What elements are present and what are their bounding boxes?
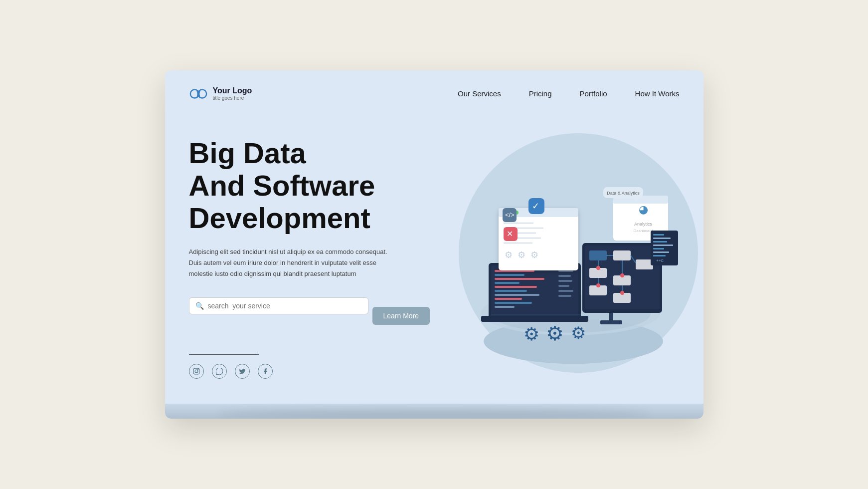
svg-rect-25 [558,290,573,292]
logo-name: Your Logo [213,86,252,95]
svg-rect-23 [558,280,572,282]
nav-link-portfolio[interactable]: Portfolio [580,89,607,98]
svg-text:⚙: ⚙ [523,324,539,344]
svg-rect-68 [653,238,671,239]
svg-rect-67 [653,234,664,236]
search-section: 🔍 Learn More [189,297,459,334]
svg-rect-71 [653,248,664,249]
divider [189,354,259,355]
svg-rect-17 [495,294,539,296]
svg-rect-2 [193,368,199,374]
facebook-icon[interactable] [258,364,273,379]
svg-text:++C: ++C [656,258,664,263]
nav-link-services[interactable]: Our Services [458,89,501,98]
svg-text:Data & Analytics: Data & Analytics [607,191,640,196]
svg-text:◕: ◕ [638,203,648,216]
hero-right: ⚙ ⚙ ⚙ ◕ Analytics Dashboard ++C [459,127,683,379]
svg-rect-34 [613,250,631,260]
hero-title: Big Data And Software Development [189,137,459,235]
svg-rect-70 [653,244,673,246]
svg-rect-26 [558,295,571,297]
hero-left: Big Data And Software Development Adipis… [189,127,459,379]
nav-link-pricing[interactable]: Pricing [529,89,552,98]
svg-rect-18 [495,298,522,300]
svg-rect-12 [495,274,524,276]
nav-link-how[interactable]: How It Works [635,89,680,98]
svg-rect-15 [495,286,537,288]
svg-text:Analytics: Analytics [634,222,653,227]
svg-rect-35 [636,259,653,269]
svg-rect-73 [653,255,666,256]
logo-icon [189,84,208,103]
learn-more-button[interactable]: Learn More [372,307,430,325]
svg-text:⚙: ⚙ [505,250,513,260]
svg-rect-31 [589,250,607,260]
nav-item-pricing[interactable]: Pricing [529,89,552,98]
svg-point-47 [620,291,624,295]
svg-point-46 [620,273,624,277]
nav-item-portfolio[interactable]: Portfolio [580,89,607,98]
svg-text:✓: ✓ [532,201,539,211]
svg-rect-24 [558,285,569,287]
svg-rect-22 [558,275,571,277]
svg-text:Dashboard: Dashboard [633,229,653,233]
svg-text:⚙: ⚙ [530,250,538,260]
svg-point-3 [195,370,198,373]
svg-rect-14 [495,282,520,284]
landing-page: Your Logo title goes here Our Services P… [165,70,703,419]
nav-item-services[interactable]: Our Services [458,89,501,98]
svg-text:</>: </> [505,211,515,219]
navbar: Your Logo title goes here Our Services P… [165,70,703,117]
search-bar-container: 🔍 [189,297,368,314]
search-input[interactable] [208,302,362,310]
svg-rect-19 [495,302,532,304]
svg-point-4 [197,369,198,370]
hero-illustration: ⚙ ⚙ ⚙ ◕ Analytics Dashboard ++C [459,153,683,353]
search-icon: 🔍 [195,302,204,310]
svg-point-45 [596,283,600,287]
svg-text:✕: ✕ [507,230,513,238]
hero-description: Adipiscing elit sed tincidunt nisl ut al… [189,246,388,279]
svg-text:⚙: ⚙ [571,323,586,342]
svg-rect-16 [495,290,527,292]
hero-section: Big Data And Software Development Adipis… [165,117,703,404]
svg-rect-28 [600,320,622,324]
svg-rect-72 [653,251,669,253]
nav-links: Our Services Pricing Portfolio How It Wo… [458,89,680,98]
svg-rect-13 [495,278,544,280]
svg-text:⚙: ⚙ [518,250,525,260]
page-curl [165,404,703,419]
nav-item-how[interactable]: How It Works [635,89,680,98]
svg-rect-10 [481,316,588,322]
logo-text: Your Logo title goes here [213,86,252,101]
whatsapp-icon[interactable] [212,364,227,379]
svg-rect-20 [495,306,515,308]
svg-point-44 [596,266,600,270]
logo-subtitle: title goes here [213,95,252,101]
svg-text:⚙: ⚙ [546,322,564,344]
twitter-icon[interactable] [235,364,250,379]
svg-rect-69 [653,241,667,243]
instagram-icon[interactable] [189,364,204,379]
logo-area: Your Logo title goes here [189,84,252,103]
social-icons [189,364,459,379]
